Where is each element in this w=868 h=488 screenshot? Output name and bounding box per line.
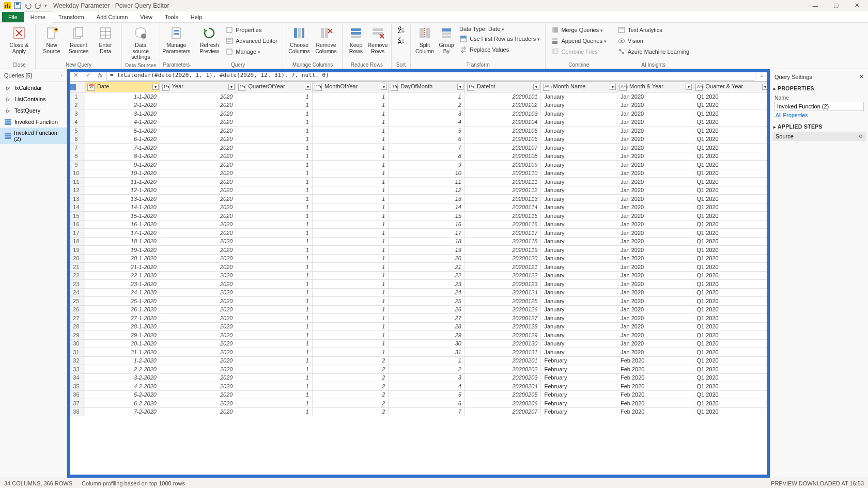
table-cell[interactable]: January [541, 314, 617, 323]
rownum-cell[interactable]: 33 [68, 365, 85, 374]
table-cell[interactable]: 1 [236, 331, 313, 340]
table-cell[interactable]: January [541, 203, 617, 212]
column-filter-icon[interactable]: ▾ [381, 84, 387, 90]
column-filter-icon[interactable]: ▾ [152, 84, 159, 90]
table-cell[interactable]: 2020 [160, 220, 236, 229]
table-cell[interactable]: Jan 2020 [617, 92, 693, 101]
new-source-button[interactable]: ✦New Source [39, 24, 65, 55]
rownum-cell[interactable]: 27 [68, 314, 85, 323]
table-cell[interactable]: 2020 [160, 356, 236, 365]
table-cell[interactable]: 20200116 [464, 220, 541, 229]
table-cell[interactable]: 20200109 [464, 161, 541, 169]
table-cell[interactable]: Jan 2020 [617, 161, 693, 169]
table-cell[interactable]: January [541, 339, 617, 348]
table-row[interactable]: 332-2-2020202012220200202FebruaryFeb 202… [68, 365, 770, 374]
table-cell[interactable]: 20200113 [464, 195, 541, 203]
table-cell[interactable]: 1 [312, 161, 389, 169]
column-filter-icon[interactable]: ▾ [686, 84, 692, 90]
table-cell[interactable]: January [541, 254, 617, 263]
column-header[interactable]: 1²₃ MonthOfYear▾ [312, 82, 389, 92]
table-cell[interactable]: 12 [389, 186, 465, 195]
table-cell[interactable]: 20200105 [464, 127, 541, 135]
datatype-icon[interactable]: 1²₃ [315, 84, 322, 91]
datatype-icon[interactable]: 1²₃ [467, 84, 474, 91]
table-cell[interactable]: 2020 [160, 195, 236, 203]
table-row[interactable]: 77-1-2020202011720200107JanuaryJan 2020Q… [68, 144, 770, 152]
table-cell[interactable]: January [541, 118, 617, 127]
column-header[interactable]: 1²₃ DateInt▾ [464, 82, 541, 92]
rownum-cell[interactable]: 1 [68, 92, 85, 101]
table-cell[interactable]: 2020 [160, 280, 236, 289]
qat-dropdown-icon[interactable]: ▾ [44, 3, 47, 8]
table-cell[interactable]: 2020 [160, 186, 236, 195]
table-cell[interactable]: 22 [389, 271, 465, 280]
table-cell[interactable]: 2020 [160, 135, 236, 144]
table-cell[interactable]: 7-2-2020 [85, 407, 160, 416]
rownum-cell[interactable]: 13 [68, 195, 85, 203]
table-cell[interactable]: 5 [389, 127, 465, 135]
query-item[interactable]: Invoked Function [0, 116, 67, 128]
table-cell[interactable]: 1 [312, 203, 389, 212]
table-cell[interactable]: 1 [236, 135, 313, 144]
table-cell[interactable]: Jan 2020 [617, 305, 693, 314]
table-cell[interactable]: Jan 2020 [617, 186, 693, 195]
table-cell[interactable]: 1 [236, 212, 313, 221]
table-cell[interactable]: January [541, 263, 617, 272]
rownum-cell[interactable]: 24 [68, 288, 85, 297]
azure-ml-button[interactable]: Azure Machine Learning [615, 46, 691, 57]
table-cell[interactable]: 20200129 [464, 331, 541, 340]
maximize-button[interactable]: ▢ [826, 0, 846, 11]
table-cell[interactable]: Jan 2020 [617, 178, 693, 186]
table-row[interactable]: 1515-1-20202020111520200115JanuaryJan 20… [68, 212, 770, 221]
table-cell[interactable]: Q1 2020 [693, 101, 770, 109]
column-filter-icon[interactable]: ▾ [533, 84, 539, 90]
table-cell[interactable]: Q1 2020 [693, 229, 770, 238]
table-cell[interactable]: 20200122 [464, 271, 541, 280]
table-cell[interactable]: 1 [236, 322, 313, 331]
table-cell[interactable]: 1 [236, 203, 313, 212]
table-cell[interactable]: 1 [236, 109, 313, 118]
table-cell[interactable]: February [541, 407, 617, 416]
rownum-cell[interactable]: 3 [68, 109, 85, 118]
table-cell[interactable]: Jan 2020 [617, 203, 693, 212]
table-cell[interactable]: 20200106 [464, 135, 541, 144]
table-cell[interactable]: 1 [236, 297, 313, 306]
table-cell[interactable]: 1 [236, 118, 313, 127]
properties-button[interactable]: Properties [223, 25, 280, 35]
save-icon[interactable] [13, 2, 22, 10]
datatype-icon[interactable]: 1²₃ [162, 84, 169, 91]
table-cell[interactable]: 31 [389, 348, 465, 357]
query-item[interactable]: Invoked Function (2) [0, 128, 67, 144]
table-cell[interactable]: Q1 2020 [693, 263, 770, 272]
table-cell[interactable]: 1 [312, 314, 389, 323]
table-cell[interactable]: 22-1-2020 [85, 271, 160, 280]
table-cell[interactable]: 3-1-2020 [85, 109, 160, 118]
manage-button[interactable]: Manage ▾ [223, 46, 280, 57]
rownum-cell[interactable]: 11 [68, 178, 85, 186]
table-cell[interactable]: Jan 2020 [617, 246, 693, 255]
table-cell[interactable]: 1 [236, 382, 313, 391]
sort-desc-button[interactable]: ZA [395, 36, 407, 46]
table-cell[interactable]: 2020 [160, 348, 236, 357]
table-cell[interactable]: Jan 2020 [617, 144, 693, 152]
query-item[interactable]: fxListContains [0, 93, 67, 105]
table-cell[interactable]: 1 [312, 305, 389, 314]
table-cell[interactable]: 20200101 [464, 92, 541, 101]
table-cell[interactable]: 20200104 [464, 118, 541, 127]
close-window-button[interactable]: ✕ [846, 0, 867, 11]
sort-asc-button[interactable]: AZ [395, 25, 407, 35]
table-cell[interactable]: 2 [312, 390, 389, 399]
table-cell[interactable]: Feb 2020 [617, 356, 693, 365]
table-cell[interactable]: 1 [236, 399, 313, 408]
table-cell[interactable]: 20200102 [464, 101, 541, 109]
rownum-cell[interactable]: 25 [68, 297, 85, 306]
table-cell[interactable]: 1 [236, 229, 313, 238]
accept-formula-icon[interactable]: ✓ [83, 70, 93, 81]
table-cell[interactable]: 1 [236, 178, 313, 186]
table-row[interactable]: 365-2-2020202012520200205FebruaryFeb 202… [68, 390, 770, 399]
table-cell[interactable]: Jan 2020 [617, 109, 693, 118]
table-cell[interactable]: 4 [389, 118, 465, 127]
table-row[interactable]: 2626-1-20202020112620200126JanuaryJan 20… [68, 305, 770, 314]
table-cell[interactable]: 1 [389, 92, 465, 101]
table-row[interactable]: 2727-1-20202020112720200127JanuaryJan 20… [68, 314, 770, 323]
